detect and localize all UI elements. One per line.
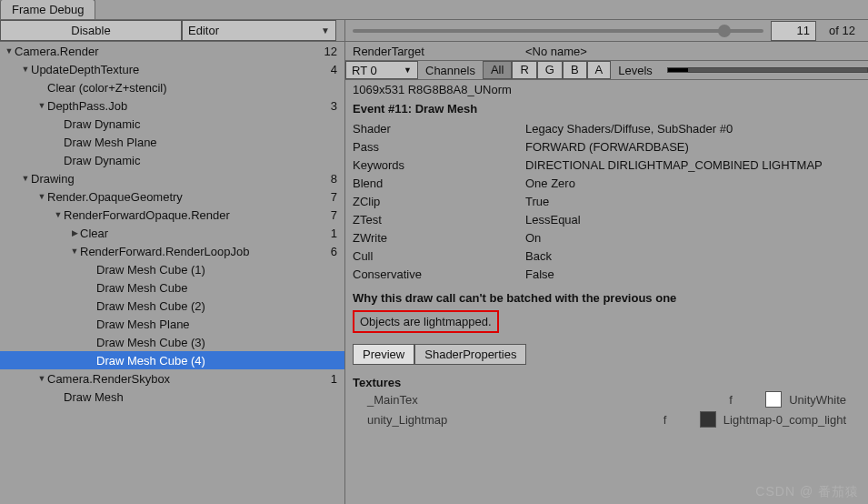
tree-item[interactable]: Draw Dynamic <box>0 151 344 169</box>
batch-title: Why this draw call can't be batched with… <box>345 288 868 307</box>
target-dropdown[interactable]: Editor ▼ <box>182 20 336 41</box>
foldout-down-icon[interactable]: ▼ <box>20 65 31 74</box>
tree-item-count: 7 <box>324 208 337 222</box>
tree-item-label: UpdateDepthTexture <box>31 63 324 76</box>
property-row: ZTestLessEqual <box>345 210 868 228</box>
tree-item[interactable]: ▼UpdateDepthTexture4 <box>0 60 344 78</box>
property-row: BlendOne Zero <box>345 174 868 192</box>
chevron-down-icon: ▼ <box>321 25 330 35</box>
property-value: On <box>525 231 861 245</box>
property-value: DIRECTIONAL DIRLIGHTMAP_COMBINED LIGHTMA… <box>525 158 861 172</box>
tree-item[interactable]: Draw Mesh Cube (1) <box>0 260 344 278</box>
tree-item-label: Draw Dynamic <box>64 117 330 131</box>
levels-slider[interactable] <box>667 67 868 73</box>
tree-item-label: Draw Mesh Cube (1) <box>96 263 330 277</box>
tree-item[interactable]: ▶Clear1 <box>0 224 344 242</box>
event-tree[interactable]: ▼Camera.Render12▼UpdateDepthTexture4Clea… <box>0 42 345 504</box>
tree-item[interactable]: Draw Mesh Cube <box>0 278 344 297</box>
tree-item-label: Draw Mesh Plane <box>64 136 330 149</box>
tree-item[interactable]: Draw Mesh Plane <box>0 133 344 151</box>
tree-item[interactable]: Draw Mesh Plane <box>0 315 344 333</box>
property-value: True <box>525 195 861 208</box>
foldout-down-icon[interactable]: ▼ <box>4 46 15 55</box>
render-target-value: <No name> <box>525 45 861 58</box>
tree-item[interactable]: Draw Mesh Cube (4) <box>0 351 344 369</box>
tree-item-count: 8 <box>324 172 337 186</box>
disable-button[interactable]: Disable <box>0 20 182 41</box>
slider-thumb[interactable] <box>718 25 731 37</box>
foldout-down-icon[interactable]: ▼ <box>20 174 31 183</box>
property-label: Pass <box>353 140 525 154</box>
tree-item-label: Camera.RenderSkybox <box>47 372 324 386</box>
tree-item[interactable]: ▼RenderForward.RenderLoopJob6 <box>0 242 344 260</box>
texture-row: _MainTex f UnityWhite <box>353 389 861 409</box>
property-value: False <box>525 267 861 281</box>
property-row: ShaderLegacy Shaders/Diffuse, SubShader … <box>345 119 868 137</box>
foldout-down-icon[interactable]: ▼ <box>69 247 80 256</box>
tree-item-label: Draw Mesh Cube <box>96 281 330 295</box>
tree-item[interactable]: ▼RenderForwardOpaque.Render7 <box>0 206 344 224</box>
tree-item-count: 7 <box>324 190 337 204</box>
channel-g-button[interactable]: G <box>537 61 563 79</box>
rt-dropdown[interactable]: RT 0 ▼ <box>345 61 418 79</box>
tree-item-label: Clear <box>80 227 324 240</box>
tree-item-count: 6 <box>324 245 337 258</box>
tree-item-label: Draw Dynamic <box>64 154 330 167</box>
target-dropdown-label: Editor <box>188 24 219 37</box>
tree-item-label: Draw Mesh Cube (4) <box>96 354 330 368</box>
tree-item[interactable]: Draw Mesh <box>0 388 344 406</box>
property-row: CullBack <box>345 247 868 265</box>
property-row: ConservativeFalse <box>345 265 868 283</box>
event-slider[interactable] <box>353 29 763 33</box>
tree-item[interactable]: Clear (color+Z+stencil) <box>0 78 344 96</box>
property-row: PassFORWARD (FORWARDBASE) <box>345 137 868 156</box>
property-value: One Zero <box>525 176 861 190</box>
tree-item-label: RenderForwardOpaque.Render <box>64 208 324 222</box>
tree-item[interactable]: Draw Mesh Cube (2) <box>0 297 344 315</box>
tab-bar: Frame Debug <box>0 0 868 20</box>
tree-item[interactable]: ▼Camera.Render12 <box>0 42 344 60</box>
tree-item[interactable]: Draw Mesh Cube (3) <box>0 333 344 351</box>
tree-item-count: 12 <box>317 45 337 58</box>
tree-item-label: Draw Mesh Cube (2) <box>96 299 330 313</box>
preview-button[interactable]: Preview <box>353 344 414 365</box>
tree-item-label: Camera.Render <box>15 45 317 58</box>
foldout-down-icon[interactable]: ▼ <box>36 192 47 201</box>
texture-swatch[interactable] <box>700 411 716 428</box>
batch-reason: Objects are lightmapped. <box>353 310 499 333</box>
property-value: FORWARD (FORWARDBASE) <box>525 140 861 154</box>
tree-item-count: 1 <box>324 372 337 386</box>
property-row: ZClipTrue <box>345 192 868 210</box>
texture-swatch[interactable] <box>765 391 782 408</box>
tree-item-label: Draw Mesh Plane <box>96 318 330 331</box>
tree-item-label: RenderForward.RenderLoopJob <box>80 245 324 258</box>
tree-item[interactable]: Draw Dynamic <box>0 115 344 133</box>
tree-item[interactable]: ▼Render.OpaqueGeometry7 <box>0 187 344 206</box>
tree-item[interactable]: ▼Camera.RenderSkybox1 <box>0 369 344 388</box>
tree-item-label: DepthPass.Job <box>47 99 324 113</box>
tree-item[interactable]: ▼DepthPass.Job3 <box>0 96 344 115</box>
event-number-input[interactable]: 11 <box>771 21 816 41</box>
property-label: Blend <box>353 176 525 190</box>
tree-item[interactable]: ▼Drawing8 <box>0 169 344 187</box>
foldout-right-icon[interactable]: ▶ <box>69 228 80 237</box>
divider <box>336 20 345 41</box>
tab-frame-debug[interactable]: Frame Debug <box>0 0 95 19</box>
foldout-down-icon[interactable]: ▼ <box>53 210 64 219</box>
channels-label: Channels <box>418 64 483 77</box>
channel-r-button[interactable]: R <box>512 61 536 79</box>
details-pane: RenderTarget <No name> RT 0 ▼ Channels A… <box>345 42 868 504</box>
property-label: ZWrite <box>353 231 525 245</box>
channel-all-button[interactable]: All <box>483 61 512 79</box>
tree-item-count: 3 <box>324 99 337 113</box>
property-row: KeywordsDIRECTIONAL DIRLIGHTMAP_COMBINED… <box>345 156 868 174</box>
channel-a-button[interactable]: A <box>587 61 612 79</box>
property-label: Keywords <box>353 158 525 172</box>
property-label: ZTest <box>353 213 525 227</box>
tree-item-count: 1 <box>324 227 337 240</box>
textures-heading: Textures <box>353 376 861 389</box>
shader-properties-button[interactable]: ShaderProperties <box>414 344 526 365</box>
channel-b-button[interactable]: B <box>563 61 587 79</box>
foldout-down-icon[interactable]: ▼ <box>36 101 47 110</box>
foldout-down-icon[interactable]: ▼ <box>36 374 47 383</box>
